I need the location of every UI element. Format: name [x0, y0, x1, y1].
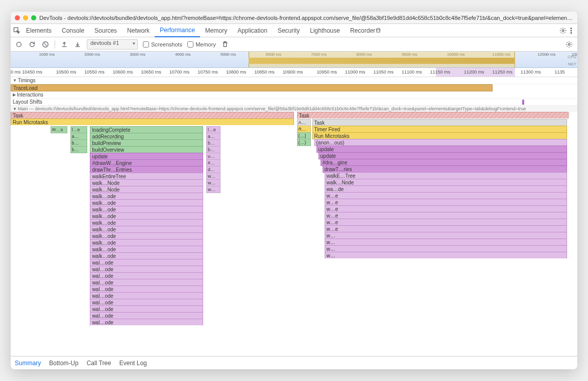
flame-entry[interactable]: walk…ode	[90, 219, 203, 226]
reload-icon[interactable]	[28, 40, 36, 49]
flame-entry[interactable]: wal…ode	[90, 266, 203, 273]
flame-entry[interactable]: A…	[297, 119, 311, 126]
flame-task-2[interactable]: Task	[297, 112, 569, 118]
flame-entry[interactable]: w…e	[325, 219, 568, 226]
flame-entry[interactable]: (…)	[297, 132, 311, 139]
flame-entry[interactable]: a…	[206, 133, 220, 140]
flame-entry[interactable]: walkE…Tree	[325, 172, 568, 179]
flame-run-microtasks[interactable]: Run Microtasks	[11, 118, 294, 125]
flame-entry[interactable]: w…e	[325, 212, 568, 219]
flame-entry[interactable]: wal…ode	[90, 312, 203, 319]
flame-entry[interactable]: walk…ode	[90, 246, 203, 253]
tab-sources[interactable]: Sources	[89, 24, 122, 37]
flame-entry[interactable]: w…	[325, 252, 568, 258]
trash-icon[interactable]	[221, 40, 229, 49]
maximize-icon[interactable]	[31, 15, 36, 20]
flame-entry[interactable]: walk…Node	[90, 179, 203, 186]
flame-entry[interactable]: wal…ode	[90, 279, 203, 286]
tab-lighthouse[interactable]: Lighthouse	[305, 24, 345, 37]
flame-entry[interactable]: (…)	[297, 139, 311, 146]
track-interactions[interactable]: ▶Interactions	[11, 91, 577, 99]
upload-icon[interactable]	[60, 40, 68, 49]
flame-entry[interactable]: w…e	[325, 225, 568, 232]
tab-memory[interactable]: Memory	[200, 24, 232, 37]
flame-entry[interactable]: d…	[206, 166, 220, 173]
tab-network[interactable]: Network	[122, 24, 155, 37]
flame-entry[interactable]: wal…ode	[90, 272, 203, 279]
flame-entry[interactable]: w…	[206, 179, 220, 186]
flame-entry[interactable]: walk…ode	[90, 193, 203, 200]
flame-entry[interactable]: update	[316, 146, 568, 153]
download-icon[interactable]	[74, 40, 82, 49]
main-thread-header[interactable]: ▼Main — devtools://devtools/bundled/devt…	[11, 106, 577, 112]
flame-entry[interactable]: w…e	[325, 199, 568, 206]
flame-entry[interactable]: walk…Node	[90, 186, 203, 193]
tab-performance[interactable]: Performance	[155, 24, 200, 37]
flame-entry[interactable]: w…	[206, 186, 220, 193]
track-timings[interactable]: ▼Timings	[11, 77, 577, 84]
flame-entry[interactable]: wal…ode	[90, 259, 203, 266]
memory-checkbox[interactable]: Memory	[187, 41, 216, 47]
flame-entry[interactable]: wal…ode	[90, 305, 203, 313]
flame-entry[interactable]: Task	[312, 119, 568, 126]
flame-entry[interactable]: w…	[206, 173, 220, 180]
flame-entry[interactable]: R…	[297, 126, 311, 133]
flame-chart[interactable]: Task Run Microtasks #r…s l…e a… b… b… lo…	[11, 112, 577, 347]
flame-entry[interactable]: walk…Node	[325, 179, 568, 186]
flame-entry[interactable]: (anon…ous)	[314, 139, 568, 146]
flame-entry[interactable]: walkEntireTree	[90, 173, 203, 180]
flame-entry[interactable]: b…	[206, 146, 220, 153]
settings-icon[interactable]	[559, 27, 567, 35]
flame-entry[interactable]: #…	[206, 159, 220, 166]
flame-entry[interactable]: walk…ode	[90, 239, 203, 246]
flame-entry[interactable]: update	[90, 153, 203, 160]
btab-eventlog[interactable]: Event Log	[119, 360, 147, 367]
overview-timeline[interactable]: 1000 ms 2000 ms 3000 ms 4000 ms 5000 ms …	[11, 52, 577, 68]
track-layoutshifts[interactable]: Layout Shifts	[11, 99, 577, 106]
screenshots-checkbox[interactable]: Screenshots	[143, 41, 182, 47]
flame-entry[interactable]: walk…ode	[90, 199, 203, 206]
flame-entry[interactable]: Run Microtasks	[312, 132, 568, 139]
recording-select[interactable]: devtools #1	[87, 39, 138, 50]
inspect-icon[interactable]	[13, 27, 21, 35]
flame-entry[interactable]: walk…ode	[90, 252, 203, 259]
gear-icon[interactable]	[565, 40, 573, 49]
flame-entry[interactable]: #drawW…Engine	[90, 159, 203, 166]
tab-elements[interactable]: Elements	[21, 24, 57, 37]
flame-entry[interactable]: w…e	[325, 192, 568, 199]
flame-entry[interactable]: walk…ode	[90, 212, 203, 220]
flame-entry[interactable]: walk…ode	[90, 232, 203, 240]
flame-entry[interactable]: buildOverview	[90, 146, 203, 153]
time-ruler[interactable]: 0 ms 10450 ms 10500 ms 10550 ms 10600 ms…	[11, 68, 577, 77]
traceload-bar[interactable]: TraceLoad	[11, 84, 493, 91]
btab-bottomup[interactable]: Bottom-Up	[49, 360, 78, 367]
flame-entry[interactable]: w…	[325, 245, 568, 252]
flame-entry[interactable]: drawT…ries	[323, 165, 568, 173]
tracks-panel[interactable]: ▼Timings TraceLoad ▶Interactions Layout …	[11, 77, 577, 356]
flame-entry[interactable]: wa…de	[325, 185, 568, 193]
flame-entry[interactable]: wal…ode	[90, 285, 203, 293]
btab-summary[interactable]: Summary	[15, 360, 41, 367]
tab-security[interactable]: Security	[273, 24, 305, 37]
flame-entry[interactable]: wal…ode	[90, 299, 203, 306]
close-icon[interactable]	[15, 15, 20, 20]
flame-entry[interactable]: w…e	[325, 205, 568, 212]
tab-console[interactable]: Console	[57, 24, 89, 37]
flame-entry[interactable]: wal…ode	[90, 319, 203, 325]
tab-recorder[interactable]: Recorder	[345, 24, 386, 37]
flame-entry[interactable]: walk…ode	[90, 226, 203, 233]
flame-entry[interactable]: w…	[325, 232, 568, 239]
btab-calltree[interactable]: Call Tree	[87, 360, 111, 367]
flame-task[interactable]: Task	[11, 112, 294, 119]
flame-entry[interactable]: walk…ode	[90, 206, 203, 213]
flame-entry[interactable]: w…	[325, 239, 568, 246]
flame-entry[interactable]: #dra…gine	[321, 159, 568, 166]
flame-entry[interactable]: u…	[206, 153, 220, 160]
clear-icon[interactable]	[41, 40, 50, 49]
flame-entry[interactable]: addRecording	[90, 133, 203, 140]
flame-entry[interactable]: update	[318, 152, 568, 159]
flame-entry[interactable]: l…e	[206, 126, 220, 133]
record-icon[interactable]	[15, 40, 23, 49]
flame-entry[interactable]: Timer Fired	[312, 126, 568, 133]
tab-application[interactable]: Application	[232, 24, 273, 37]
